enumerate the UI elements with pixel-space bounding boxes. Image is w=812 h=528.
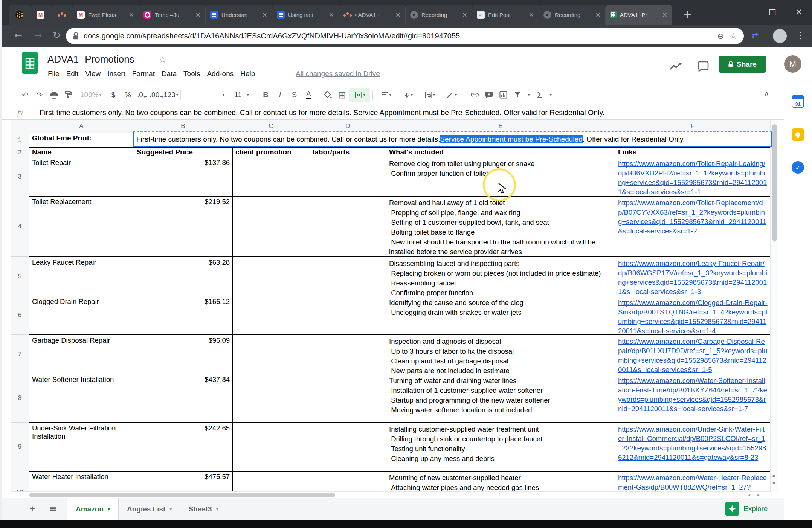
- browser-tab[interactable]: • ADVA1 -×: [339, 5, 405, 25]
- browser-profile-avatar[interactable]: [773, 29, 787, 43]
- cell-price-row10[interactable]: $475.57: [134, 471, 233, 491]
- row-header-8[interactable]: 8: [11, 374, 29, 423]
- font-family-select[interactable]: ▾: [183, 88, 224, 102]
- header-cell-what-s-included[interactable]: What's included: [386, 147, 615, 158]
- insert-chart-icon[interactable]: [496, 88, 510, 102]
- vertical-align-button[interactable]: ▾: [397, 88, 419, 102]
- tab-close-icon[interactable]: ×: [662, 11, 667, 18]
- decrease-decimal-button[interactable]: .0←: [135, 88, 149, 102]
- browser-tab[interactable]: MFwd: Pleas×: [72, 5, 139, 25]
- maximize-button[interactable]: □: [759, 0, 786, 23]
- row-header-1[interactable]: 1: [11, 133, 29, 148]
- font-size-select[interactable]: 11▾: [229, 88, 253, 102]
- strikethrough-button[interactable]: S: [287, 88, 301, 102]
- cell-client-promotion-row8[interactable]: [232, 374, 310, 423]
- browser-tab-active[interactable]: ADVA1 -Pr×: [606, 5, 672, 25]
- cell-client-promotion-row6[interactable]: [232, 296, 310, 335]
- cell-link-row9[interactable]: https://www.amazon.com/Under-Sink-Water-…: [615, 423, 771, 471]
- comment-history-icon[interactable]: [698, 61, 709, 72]
- cell-client-promotion-row9[interactable]: [232, 423, 310, 471]
- vertical-scrollbar-thumb[interactable]: [772, 124, 777, 241]
- grid-corner[interactable]: [11, 120, 29, 133]
- number-format-button[interactable]: 123▾: [163, 88, 178, 102]
- forward-icon[interactable]: →: [34, 30, 42, 41]
- sheet-tab-sheet3[interactable]: Sheet3▾: [180, 498, 226, 520]
- cell-whats-included-row7[interactable]: Inspection and diagnosis of disposal Up …: [386, 335, 615, 374]
- sheet-tab-amazon[interactable]: Amazon▾: [67, 498, 119, 520]
- new-tab-button[interactable]: +: [683, 8, 692, 21]
- cell-link-row3[interactable]: https://www.amazon.com/Toilet-Repair-Lea…: [615, 157, 771, 196]
- extension-icon[interactable]: ⇄: [752, 31, 759, 40]
- column-header-F[interactable]: F: [615, 120, 771, 133]
- cell-name-row10[interactable]: Water Heater Installation: [29, 471, 134, 491]
- browser-tab[interactable]: Using nati×: [272, 5, 339, 25]
- sheet-tab-angies-list[interactable]: Angies List▾: [119, 498, 180, 520]
- bookmark-star-icon[interactable]: ☆: [730, 32, 737, 41]
- tab-close-icon[interactable]: ×: [462, 11, 467, 18]
- address-bar[interactable]: docs.google.com/spreadsheets/d/1DA16ANNs…: [66, 28, 744, 44]
- menu-add-ons[interactable]: Add-ons: [203, 69, 237, 79]
- bold-button[interactable]: B: [258, 88, 273, 102]
- cell-name-row5[interactable]: Leaky Faucet Repair: [29, 257, 134, 296]
- cell-price-row9[interactable]: $242.65: [134, 423, 233, 471]
- cell-name-row9[interactable]: Under-Sink Water Filtration Installation: [29, 423, 134, 471]
- menu-view[interactable]: View: [82, 69, 104, 79]
- account-avatar[interactable]: M: [784, 55, 801, 73]
- cell-name-row7[interactable]: Garbage Disposal Repair: [29, 335, 134, 374]
- cell-labor-parts-row9[interactable]: [310, 423, 386, 471]
- tab-close-icon[interactable]: ×: [195, 11, 201, 18]
- text-rotation-button[interactable]: ▾: [441, 88, 462, 102]
- cell-client-promotion-row7[interactable]: [232, 335, 310, 374]
- add-sheet-icon[interactable]: +: [29, 503, 35, 515]
- row-header-3[interactable]: 3: [11, 157, 29, 196]
- scroll-left-icon[interactable]: ◂: [748, 492, 750, 497]
- row-header-6[interactable]: 6: [11, 296, 29, 335]
- tab-close-icon[interactable]: ×: [595, 11, 601, 18]
- scroll-down-icon[interactable]: ▼: [772, 481, 775, 485]
- keep-icon[interactable]: [792, 128, 804, 141]
- cell-link-row5[interactable]: https://www.amazon.com/Leaky-Faucet-Repa…: [615, 257, 771, 296]
- browser-tab[interactable]: ▶Recording×: [539, 5, 605, 25]
- scroll-up-icon[interactable]: ▲: [772, 473, 775, 477]
- all-sheets-icon[interactable]: ≡: [49, 503, 57, 514]
- cell-A1[interactable]: Global Fine Print:: [29, 133, 134, 148]
- cell-client-promotion-row10[interactable]: [232, 471, 310, 491]
- cell-whats-included-row10[interactable]: Mounting of new customer-supplied heater…: [386, 471, 615, 491]
- cell-name-row6[interactable]: Clogged Drain Repair: [29, 296, 134, 335]
- insert-link-icon[interactable]: [467, 88, 482, 102]
- print-icon[interactable]: [47, 88, 61, 102]
- sheet-tab-menu-icon[interactable]: ▾: [216, 507, 218, 512]
- row-header-2[interactable]: 2: [11, 147, 29, 158]
- cell-labor-parts-row10[interactable]: [310, 471, 386, 491]
- cell-price-row5[interactable]: $63.28: [134, 257, 233, 296]
- row-header-9[interactable]: 9: [11, 423, 29, 471]
- browser-tab[interactable]: Understan×: [206, 5, 272, 25]
- cell-labor-parts-row8[interactable]: [310, 374, 386, 423]
- cell-whats-included-row6[interactable]: Identifying the cause and source of the …: [386, 296, 615, 335]
- browser-tab[interactable]: [51, 5, 72, 25]
- menu-file[interactable]: File: [44, 69, 63, 79]
- row-header-7[interactable]: 7: [11, 335, 29, 374]
- row-header-5[interactable]: 5: [11, 257, 29, 296]
- formula-bar[interactable]: fx First-time customers only. No two cou…: [0, 106, 812, 120]
- spreadsheet-grid[interactable]: First-time customers only. No two coupon…: [0, 120, 779, 491]
- column-header-D[interactable]: D: [310, 120, 386, 133]
- borders-button[interactable]: ⊞: [335, 88, 349, 102]
- format-currency-button[interactable]: $: [106, 88, 121, 102]
- horizontal-align-button[interactable]: ▾: [375, 88, 397, 102]
- document-title[interactable]: ADVA1 -Promotions -: [47, 53, 140, 65]
- cell-labor-parts-row7[interactable]: [310, 335, 386, 374]
- merge-cells-button[interactable]: ▾: [349, 88, 370, 102]
- cell-labor-parts-row5[interactable]: [310, 257, 386, 296]
- browser-tab[interactable]: [9, 5, 30, 25]
- cell-name-row4[interactable]: Toilet Replacement: [29, 196, 134, 257]
- header-cell-name[interactable]: Name: [29, 147, 134, 158]
- menu-format[interactable]: Format: [129, 69, 158, 79]
- text-color-button[interactable]: A: [301, 88, 316, 102]
- cell-labor-parts-row3[interactable]: [310, 157, 386, 196]
- menu-help[interactable]: Help: [237, 69, 258, 79]
- vertical-scrollbar[interactable]: ▲ ▼: [770, 120, 778, 491]
- cell-client-promotion-row3[interactable]: [232, 157, 310, 196]
- cell-price-row6[interactable]: $166.12: [134, 296, 233, 335]
- header-cell-links[interactable]: Links: [615, 147, 771, 158]
